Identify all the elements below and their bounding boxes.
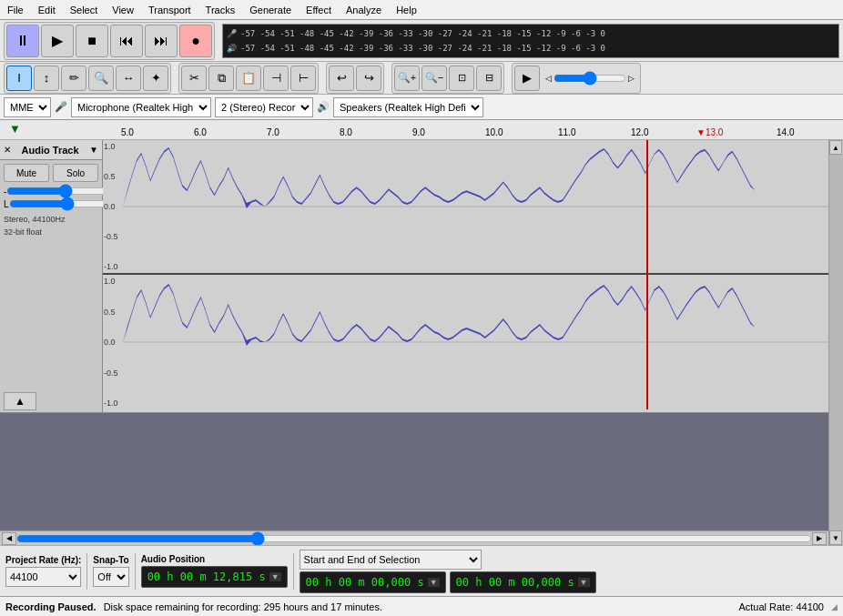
zoom-in-button[interactable]: 🔍+ [394, 66, 420, 91]
envelope-tool-button[interactable]: ↕ [34, 66, 59, 91]
redo-button[interactable]: ↪ [356, 66, 381, 91]
scroll-right-button[interactable]: ▶ [812, 532, 827, 545]
menu-file[interactable]: File [0, 3, 31, 17]
play-button[interactable]: ▶ [41, 25, 74, 57]
start-marker[interactable]: ▼ [9, 122, 21, 136]
menu-bar: File Edit Select View Transport Tracks G… [0, 0, 843, 20]
stop-button[interactable]: ■ [76, 25, 108, 57]
scroll-down-button[interactable]: ▼ [829, 530, 842, 545]
menu-effect[interactable]: Effect [299, 3, 339, 17]
timeshift-tool-button[interactable]: ↔ [116, 66, 141, 91]
record-button[interactable]: ● [179, 25, 212, 57]
track-name: Audio Track [11, 145, 89, 156]
mute-button[interactable]: Mute [4, 164, 49, 182]
h-scrollbar[interactable] [16, 534, 812, 543]
track-header: ✕ Audio Track ▼ [0, 140, 102, 160]
undo-button[interactable]: ↩ [329, 66, 354, 91]
audio-pos-down-arrow[interactable]: ▼ [269, 572, 281, 581]
mute-solo-row: Mute Solo [0, 160, 102, 186]
playback-group: ▶ ◁ ▷ [512, 63, 641, 94]
zoom-fit-button[interactable]: ⊟ [476, 66, 502, 91]
menu-edit[interactable]: Edit [31, 3, 63, 17]
horizontal-scrollbar: ◀ ▶ [0, 530, 828, 545]
pause-button[interactable]: ⏸ [6, 25, 39, 57]
microphone-select[interactable]: Microphone (Realtek High [71, 97, 211, 117]
menu-view[interactable]: View [105, 3, 141, 17]
host-select[interactable]: MME [4, 97, 51, 117]
selection-end-display: 00 h 00 m 00,000 s ▼ [450, 571, 596, 593]
selection-tool-button[interactable]: I [6, 66, 32, 91]
waveform-display[interactable]: 1.0 0.5 0.0 -0.5 -1.0 [103, 140, 828, 412]
trim-audio-left-button[interactable]: ⊣ [263, 66, 289, 91]
ruler-mark-13: ▼13.0 [696, 127, 723, 137]
track-sample-rate: Stereo, 44100Hz [4, 213, 98, 226]
ruler-scale: 5.0 6.0 7.0 8.0 9.0 10.0 11.0 12.0 ▼13.0… [103, 120, 843, 139]
draw-tool-button[interactable]: ✏ [61, 66, 86, 91]
y-label-1-0: 1.0 [104, 142, 122, 151]
undo-redo-group: ↩ ↪ [326, 63, 384, 94]
vu-scale-bottom: -57 -54 -51 -48 -45 -42 -39 -36 -33 -30 … [240, 44, 605, 53]
scroll-up-button[interactable]: ▲ [829, 140, 842, 155]
audio-position-value: 00 h 00 m 12,815 s [147, 571, 266, 583]
multitool-button[interactable]: ✦ [143, 66, 168, 91]
sel-start-down-arrow[interactable]: ▼ [428, 578, 440, 587]
selection-type-select[interactable]: Start and End of Selection [300, 550, 482, 570]
selection-start-value: 00 h 00 m 00,000 s [306, 576, 424, 589]
ruler-mark-14: 14.0 [777, 127, 794, 137]
playback-play-button[interactable]: ▶ [514, 66, 540, 91]
ruler-mark-9: 9.0 [412, 127, 425, 137]
menu-select[interactable]: Select [63, 3, 106, 17]
bottom-controls: Project Rate (Hz): 44100 Snap-To Off Aud… [0, 545, 843, 596]
track-menu-button[interactable]: ▼ [89, 145, 98, 155]
y-label-b-n0-5: -0.5 [104, 369, 122, 378]
track-panel: ✕ Audio Track ▼ Mute Solo - + [0, 140, 103, 412]
audio-position-label: Audio Position [141, 554, 288, 564]
solo-button[interactable]: Solo [53, 164, 98, 182]
ruler-mark-12: 12.0 [631, 127, 648, 137]
menu-transport[interactable]: Transport [141, 3, 198, 17]
svg-marker-1 [123, 147, 828, 208]
device-bar: MME 🎤 Microphone (Realtek High 2 (Stereo… [0, 95, 843, 120]
top-channel: 1.0 0.5 0.0 -0.5 -1.0 [103, 140, 828, 275]
playback-left-icon: ◁ [545, 74, 552, 83]
y-label-n1-0: -1.0 [104, 262, 122, 271]
separator-3 [293, 553, 294, 590]
speaker-select[interactable]: Speakers (Realtek High Defi [333, 97, 483, 117]
project-rate-group: Project Rate (Hz): 44100 [5, 555, 81, 587]
audio-position-group: Audio Position 00 h 00 m 12,815 s ▼ [141, 554, 288, 588]
y-label-0-5: 0.5 [104, 172, 122, 181]
menu-analyze[interactable]: Analyze [339, 3, 389, 17]
track-info: Stereo, 44100Hz 32-bit float [0, 211, 102, 240]
trim-audio-right-button[interactable]: ⊢ [290, 66, 316, 91]
snap-to-select[interactable]: Off [93, 567, 128, 587]
cut-button[interactable]: ✂ [181, 66, 207, 91]
sel-end-down-arrow[interactable]: ▼ [578, 578, 590, 587]
channels-select[interactable]: 2 (Stereo) Recor [215, 97, 313, 117]
project-rate-select[interactable]: 44100 [5, 567, 81, 587]
track-collapse-button[interactable]: ▲ [4, 392, 36, 410]
y-axis-top: 1.0 0.5 0.0 -0.5 -1.0 [103, 140, 123, 273]
paste-button[interactable]: 📋 [236, 66, 261, 91]
next-button[interactable]: ⏭ [145, 25, 178, 57]
pan-row: L R [0, 198, 102, 211]
status-bar: Recording Paused. Disk space remaining f… [0, 596, 843, 616]
playback-speed-slider[interactable] [554, 73, 626, 84]
menu-generate[interactable]: Generate [242, 3, 299, 17]
copy-button[interactable]: ⧉ [208, 66, 234, 91]
menu-tracks[interactable]: Tracks [198, 3, 243, 17]
playhead-top [646, 140, 648, 273]
y-label-b-n1-0: -1.0 [104, 399, 122, 408]
zoom-selection-button[interactable]: ⊡ [449, 66, 474, 91]
scroll-left-button[interactable]: ◀ [2, 532, 16, 545]
track-collapse-area: ▲ [0, 390, 102, 412]
zoom-group: 🔍+ 🔍− ⊡ ⊟ [391, 63, 504, 94]
zoom-tool-button[interactable]: 🔍 [88, 66, 114, 91]
timeline-ruler[interactable]: ▼ 5.0 6.0 7.0 8.0 9.0 10.0 11.0 12.0 ▼13… [0, 120, 843, 140]
prev-button[interactable]: ⏮ [110, 25, 143, 57]
track-close-button[interactable]: ✕ [4, 145, 11, 155]
zoom-out-button[interactable]: 🔍− [422, 66, 447, 91]
snap-to-label: Snap-To [93, 555, 128, 565]
menu-help[interactable]: Help [389, 3, 424, 17]
svg-marker-3 [123, 284, 828, 346]
waveform-svg-top [123, 140, 828, 273]
